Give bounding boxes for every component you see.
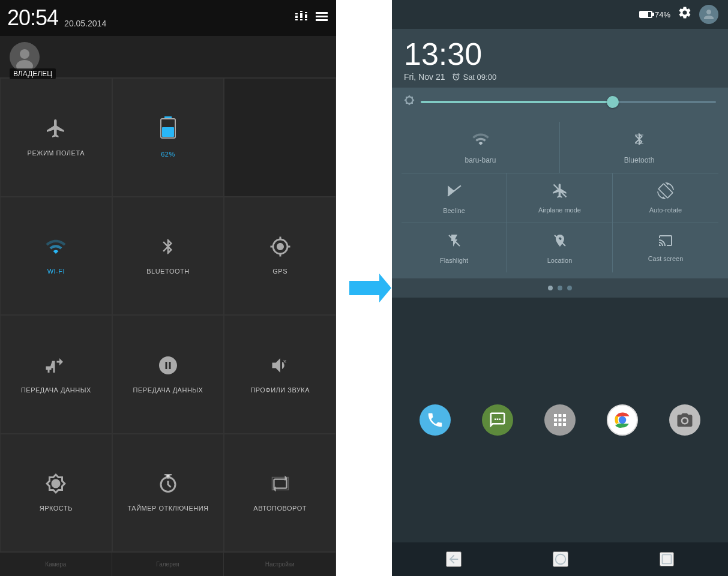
- tile-battery[interactable]: 62%: [112, 78, 224, 197]
- sound-icon: ×: [269, 355, 291, 381]
- tile-empty-top: [224, 78, 336, 197]
- nav-recents[interactable]: [660, 552, 674, 566]
- brightness-fill: [421, 101, 613, 103]
- tile-sound[interactable]: × ПРОФИЛИ ЗВУКА: [224, 315, 336, 434]
- nav-home[interactable]: [553, 551, 568, 567]
- tile-battery-label: 62%: [161, 150, 175, 158]
- menu-icon[interactable]: [314, 10, 329, 27]
- ghost-row: Камера Галерея Настройки: [0, 552, 336, 576]
- tile-timer[interactable]: ТАЙМЕР ОТКЛЮЧЕНИЯ: [112, 434, 224, 553]
- app-chrome[interactable]: [607, 404, 638, 436]
- tile-brightness-label: ЯРКОСТЬ: [40, 504, 73, 512]
- tile-flashlight[interactable]: Flashlight: [402, 223, 507, 272]
- dot-2[interactable]: [558, 286, 562, 290]
- right-quick-tiles: baru-baru Bluetooth: [392, 116, 728, 278]
- airplane-icon: [45, 118, 67, 144]
- tile-bluetooth[interactable]: BLUETOOTH: [112, 197, 224, 316]
- autorotate-icon-right: [657, 182, 674, 203]
- svg-point-12: [20, 49, 29, 59]
- app-dock: [392, 298, 728, 542]
- tile-beeline-label: Beeline: [443, 207, 465, 214]
- app-hangouts[interactable]: [482, 404, 513, 436]
- tile-beeline[interactable]: Beeline: [402, 173, 507, 223]
- svg-rect-2: [295, 19, 298, 20]
- svg-rect-4: [300, 11, 302, 12]
- tile-flashlight-label: Flashlight: [440, 257, 468, 264]
- tile-airplane[interactable]: РЕЖИМ ПОЛЕТА: [0, 78, 112, 197]
- brightness-thumb[interactable]: [607, 96, 619, 108]
- left-panel: 20:54 20.05.2014: [0, 0, 336, 576]
- right-time: 13:30: [404, 38, 716, 70]
- row-wifi-bt: baru-baru Bluetooth: [402, 122, 718, 173]
- left-time: 20:54: [7, 5, 58, 31]
- avatar: [10, 42, 40, 72]
- tile-autorotate-right[interactable]: Auto-rotate: [613, 173, 718, 223]
- tile-data1-label: ПЕРЕДАЧА ДАННЫХ: [21, 386, 91, 394]
- equalizer-icon[interactable]: [294, 10, 308, 27]
- ghost-settings: Настройки: [224, 553, 336, 576]
- svg-rect-20: [274, 479, 286, 488]
- tile-airplane-right-label: Airplane mode: [538, 206, 581, 214]
- tile-autorotate-label: АВТОПОВОРОТ: [253, 504, 307, 512]
- app-launcher[interactable]: [544, 404, 576, 436]
- left-date: 20.05.2014: [64, 19, 106, 28]
- right-date-row: Fri, Nov 21 Sat 09:00: [404, 72, 716, 82]
- gps-icon: [269, 236, 291, 262]
- autorotate-icon-left: [269, 473, 291, 499]
- settings-icon[interactable]: [678, 5, 692, 23]
- ghost-camera: Камера: [0, 553, 112, 576]
- timer-icon: [157, 473, 179, 499]
- flashlight-icon: [447, 232, 462, 253]
- tile-bt-right-label: Bluetooth: [624, 156, 655, 164]
- brightness-slider[interactable]: [421, 101, 716, 103]
- ghost-gallery: Галерея: [112, 553, 224, 576]
- dot-1[interactable]: [548, 286, 553, 290]
- tile-bt-right[interactable]: Bluetooth: [560, 122, 718, 173]
- dot-3[interactable]: [567, 286, 572, 290]
- battery-icon-right: [639, 11, 652, 18]
- alarm-time: Sat 09:00: [463, 73, 496, 82]
- svg-rect-3: [300, 13, 302, 18]
- tile-brightness[interactable]: ЯРКОСТЬ: [0, 434, 112, 553]
- app-phone[interactable]: [420, 404, 451, 436]
- svg-rect-1: [295, 13, 298, 14]
- tile-airplane-label: РЕЖИМ ПОЛЕТА: [28, 149, 85, 157]
- tile-wifi[interactable]: WI-FI: [0, 197, 112, 316]
- left-status-bar: 20:54 20.05.2014: [0, 0, 336, 36]
- tile-cast-label: Cast screen: [648, 255, 684, 262]
- svg-text:×: ×: [283, 358, 286, 365]
- dots-row: [392, 278, 728, 298]
- tile-data2-label: ПЕРЕДАЧА ДАННЫХ: [133, 386, 203, 394]
- nav-back[interactable]: [446, 551, 462, 567]
- wifi-icon: [45, 236, 67, 262]
- user-avatar-right[interactable]: [699, 5, 718, 24]
- battery-icon: [160, 116, 176, 145]
- location-icon: [553, 232, 567, 253]
- tile-gps[interactable]: GPS: [224, 197, 336, 316]
- right-datetime: 13:30 Fri, Nov 21 Sat 09:00: [392, 29, 728, 88]
- tile-cast[interactable]: Cast screen: [613, 223, 718, 272]
- tile-sound-label: ПРОФИЛИ ЗВУКА: [250, 386, 310, 394]
- tile-location[interactable]: Location: [507, 223, 613, 272]
- right-panel: 74% 13:30 Fri, Nov 21 Sat 09:00: [392, 0, 728, 576]
- cast-icon: [657, 233, 674, 251]
- data-transfer-icon-1: [45, 355, 67, 381]
- svg-rect-8: [305, 19, 307, 20]
- data-transfer-icon-2: [157, 355, 179, 381]
- airplane-icon-right: [552, 182, 568, 203]
- app-camera[interactable]: [669, 404, 700, 436]
- brightness-low-icon: [404, 95, 415, 109]
- tile-wifi-right[interactable]: baru-baru: [402, 122, 560, 173]
- svg-rect-11: [316, 19, 328, 21]
- tile-data2[interactable]: ПЕРЕДАЧА ДАННЫХ: [112, 315, 224, 434]
- battery-status: 74%: [639, 10, 670, 19]
- tile-data1[interactable]: ПЕРЕДАЧА ДАННЫХ: [0, 315, 112, 434]
- tile-autorotate[interactable]: АВТОПОВОРОТ: [224, 434, 336, 553]
- tile-airplane-right[interactable]: Airplane mode: [507, 173, 613, 223]
- beeline-icon: [447, 182, 462, 203]
- tile-timer-label: ТАЙМЕР ОТКЛЮЧЕНИЯ: [127, 504, 208, 512]
- svg-rect-9: [316, 12, 328, 14]
- battery-pct: 74%: [655, 10, 670, 19]
- wifi-icon-right: [472, 130, 490, 152]
- tile-location-label: Location: [547, 257, 573, 264]
